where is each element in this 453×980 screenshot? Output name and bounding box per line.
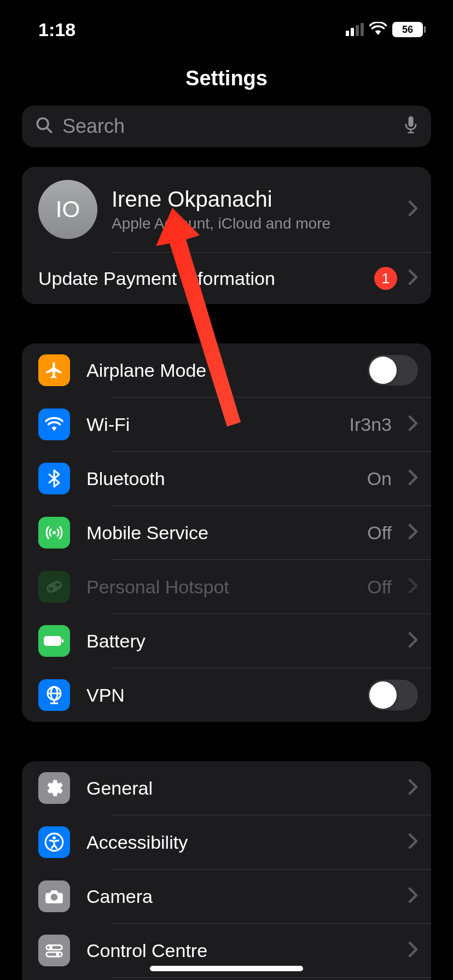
mobile-value: Off <box>367 522 392 544</box>
hotspot-value: Off <box>367 576 392 598</box>
chevron-right-icon <box>408 415 418 434</box>
bluetooth-icon <box>38 463 70 494</box>
avatar: IO <box>38 180 97 239</box>
svg-rect-9 <box>62 639 63 643</box>
page-title: Settings <box>0 67 453 90</box>
bluetooth-row[interactable]: Bluetooth On <box>22 452 431 505</box>
search-icon <box>35 116 54 137</box>
home-indicator[interactable] <box>150 966 303 971</box>
bluetooth-label: Bluetooth <box>86 468 351 489</box>
battery-label: Battery <box>86 631 392 652</box>
cellular-signal-icon <box>346 23 364 36</box>
wifi-icon <box>38 409 70 440</box>
microphone-icon[interactable] <box>404 115 418 137</box>
airplane-label: Airplane Mode <box>86 360 351 381</box>
svg-rect-20 <box>47 952 62 956</box>
svg-point-5 <box>53 531 56 534</box>
svg-rect-8 <box>44 637 61 645</box>
wifi-icon <box>369 22 387 37</box>
bluetooth-value: On <box>367 468 392 489</box>
status-indicators: 56 <box>346 22 426 37</box>
wifi-label: Wi-Fi <box>86 414 333 435</box>
chevron-right-icon <box>408 941 418 960</box>
camera-icon <box>38 880 70 912</box>
control-centre-label: Control Centre <box>86 940 392 961</box>
battery-indicator: 56 <box>392 22 426 37</box>
chevron-right-icon <box>408 269 418 288</box>
wifi-row[interactable]: Wi-Fi Ir3n3 <box>22 398 431 451</box>
vpn-label: VPN <box>86 685 351 706</box>
camera-row[interactable]: Camera <box>22 870 431 923</box>
payment-label: Update Payment Information <box>38 268 363 289</box>
svg-point-17 <box>51 894 58 901</box>
airplane-icon <box>38 354 70 386</box>
status-time: 1:18 <box>38 19 76 40</box>
apple-id-row[interactable]: IO Irene Okpanachi Apple Account, iCloud… <box>22 167 431 252</box>
svg-rect-2 <box>409 116 414 127</box>
vpn-row[interactable]: VPN <box>22 668 431 722</box>
general-row[interactable]: General <box>22 761 431 815</box>
hotspot-label: Personal Hotspot <box>86 576 351 598</box>
airplane-mode-row[interactable]: Airplane Mode <box>22 343 431 397</box>
chevron-right-icon <box>408 779 418 797</box>
accessibility-label: Accessibility <box>86 832 392 853</box>
accessibility-row[interactable]: Accessibility <box>22 815 431 869</box>
connectivity-group: Airplane Mode Wi-Fi Ir3n3 Bluetooth On M… <box>22 343 431 722</box>
chevron-right-icon <box>408 887 418 906</box>
profile-name: Irene Okpanachi <box>112 187 394 212</box>
chevron-right-icon <box>408 469 418 488</box>
profile-subtitle: Apple Account, iCloud and more <box>112 215 394 232</box>
svg-point-7 <box>54 582 61 588</box>
vpn-toggle[interactable] <box>368 680 418 710</box>
wifi-value: Ir3n3 <box>350 414 392 435</box>
gear-icon <box>38 772 70 804</box>
chevron-right-icon <box>408 523 418 542</box>
svg-point-19 <box>49 946 53 949</box>
hotspot-icon <box>38 571 70 603</box>
search-bar[interactable]: Search <box>22 106 431 147</box>
accessibility-icon <box>38 826 70 858</box>
personal-hotspot-row[interactable]: Personal Hotspot Off <box>22 560 431 614</box>
chevron-right-icon <box>408 632 418 650</box>
search-placeholder: Search <box>62 115 395 138</box>
mobile-service-row[interactable]: Mobile Service Off <box>22 506 431 559</box>
sliders-icon <box>38 935 70 966</box>
svg-point-16 <box>53 836 56 839</box>
svg-point-21 <box>56 953 59 956</box>
airplane-toggle[interactable] <box>368 355 418 386</box>
chevron-right-icon <box>408 578 418 596</box>
notification-badge: 1 <box>374 267 397 290</box>
battery-icon <box>38 625 70 657</box>
antenna-icon <box>38 517 70 549</box>
globe-icon <box>38 679 70 711</box>
camera-label: Camera <box>86 886 392 907</box>
update-payment-row[interactable]: Update Payment Information 1 <box>22 253 431 304</box>
mobile-label: Mobile Service <box>86 522 351 544</box>
svg-line-1 <box>47 127 51 132</box>
display-brightness-row[interactable]: Display & Brightness <box>22 978 431 980</box>
battery-row[interactable]: Battery <box>22 614 431 668</box>
svg-point-6 <box>48 585 54 592</box>
chevron-right-icon <box>408 833 418 851</box>
system-group: General Accessibility Camera Control Cen… <box>22 761 431 980</box>
status-bar: 1:18 56 <box>0 0 453 44</box>
profile-group: IO Irene Okpanachi Apple Account, iCloud… <box>22 167 431 304</box>
svg-rect-18 <box>47 946 62 950</box>
general-label: General <box>86 778 392 799</box>
chevron-right-icon <box>408 200 418 219</box>
